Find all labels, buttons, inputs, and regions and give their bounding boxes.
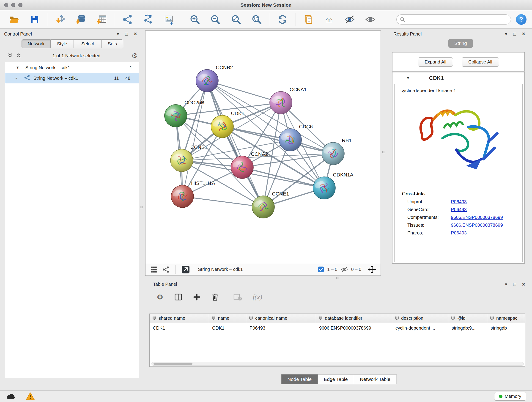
table-header-row: shared namenamecanonical namedatabase id…: [150, 314, 525, 323]
hide-panel-eye-slash-icon[interactable]: [344, 14, 355, 25]
detach-view-icon[interactable]: [181, 265, 190, 274]
toolbar-separator: [115, 13, 115, 26]
grid-view-icon[interactable]: [151, 266, 157, 273]
column-header-4[interactable]: description: [392, 314, 448, 323]
float-panel-icon[interactable]: ▾: [505, 32, 507, 36]
table-panel: Table Panel ▾ □ × ⚙ f(x) shared namename…: [147, 280, 530, 390]
import-table-file-icon[interactable]: [96, 14, 108, 25]
table-settings-gear-icon[interactable]: ⚙: [157, 293, 163, 301]
tab-network[interactable]: Network: [22, 39, 51, 48]
memory-button[interactable]: Memory: [494, 392, 526, 401]
tab-string[interactable]: String: [448, 39, 473, 48]
network-row-selected[interactable]: ● String Network – cdk1 11 48: [5, 73, 139, 83]
network-node-CDKN1A[interactable]: CDKN1A: [313, 172, 354, 199]
tab-edge-table[interactable]: Edge Table: [318, 374, 354, 384]
tree-expanded-icon[interactable]: ▼: [16, 65, 19, 70]
close-panel-icon[interactable]: ×: [134, 31, 137, 37]
open-session-icon[interactable]: [8, 14, 20, 25]
tab-style[interactable]: Style: [51, 39, 74, 48]
gear-icon[interactable]: ⚙: [131, 52, 138, 59]
tab-node-table[interactable]: Node Table: [281, 374, 318, 384]
help-button[interactable]: ?: [516, 14, 526, 25]
close-panel-icon[interactable]: ×: [522, 31, 525, 37]
expand-all-icon[interactable]: [16, 53, 22, 59]
network-canvas[interactable]: CCNB2CCNA1CDC25BCDK1CDC6RB1CCNB1CCNA2CDK…: [146, 31, 380, 263]
save-session-icon[interactable]: [29, 14, 40, 25]
horizontal-scrollbar[interactable]: [152, 362, 524, 366]
network-node-HIST1H1A[interactable]: HIST1H1A: [171, 180, 215, 208]
column-header-0[interactable]: shared name: [150, 314, 209, 323]
splitter-handle[interactable]: [382, 151, 385, 153]
maximize-panel-icon[interactable]: □: [513, 282, 516, 287]
table-body: CDK1CDK1P064939606.ENSP00000378699cyclin…: [150, 323, 525, 333]
column-header-6[interactable]: namespac: [487, 314, 524, 323]
collapse-all-icon[interactable]: [7, 53, 13, 59]
add-column-icon[interactable]: [193, 293, 201, 301]
maximize-panel-icon[interactable]: □: [513, 32, 516, 36]
network-node-CDK1[interactable]: CDK1: [211, 110, 244, 138]
network-from-selection-icon[interactable]: [143, 14, 154, 25]
fit-selected-crosshair-icon[interactable]: [368, 265, 376, 274]
zoom-fit-icon[interactable]: [230, 14, 242, 25]
maximize-panel-icon[interactable]: □: [125, 32, 128, 36]
crosslinks-title: CrossLinks: [394, 187, 522, 197]
zoom-in-icon[interactable]: [189, 14, 201, 25]
network-edge-HIST1H1A-CCNE1[interactable]: [182, 196, 263, 207]
crosslink-compartments-link[interactable]: 9606.ENSP00000378699: [451, 215, 503, 220]
network-edge-CCNB2-CCNA1[interactable]: [207, 81, 281, 103]
section-expanded-icon[interactable]: ▼: [406, 76, 410, 80]
column-header-1[interactable]: name: [209, 314, 246, 323]
refresh-icon[interactable]: [277, 14, 288, 25]
network-node-CCNA1[interactable]: CCNA1: [270, 87, 307, 114]
show-columns-icon[interactable]: [174, 293, 182, 301]
column-sort-icon: [152, 316, 157, 320]
table-row[interactable]: CDK1CDK1P064939606.ENSP00000378699cyclin…: [150, 323, 525, 333]
scrollbar-thumb[interactable]: [153, 363, 192, 365]
crosslink-genecard-link[interactable]: P06493: [451, 207, 467, 212]
network-list-icon[interactable]: [162, 266, 169, 273]
network-edge-CCNB2-CCNE1[interactable]: [207, 81, 263, 207]
crosslink-tissues-link[interactable]: 9606.ENSP00000378699: [451, 223, 503, 228]
show-panel-eye-icon[interactable]: [365, 14, 376, 25]
network-node-CCNB1[interactable]: CCNB1: [171, 144, 208, 172]
network-node-CCNB2[interactable]: CCNB2: [196, 65, 233, 92]
cloud-status-icon[interactable]: [6, 393, 16, 400]
crosslink-uniprot-link[interactable]: P06493: [451, 199, 467, 204]
search-input[interactable]: [405, 15, 511, 24]
network-node-RB1[interactable]: RB1: [322, 138, 352, 165]
column-header-5[interactable]: @id: [448, 314, 487, 323]
network-edge-CCNB2-HIST1H1A[interactable]: [182, 81, 207, 196]
column-header-2[interactable]: canonical name: [246, 314, 316, 323]
close-panel-icon[interactable]: ×: [522, 281, 525, 287]
warning-icon[interactable]: [26, 392, 35, 400]
export-image-icon[interactable]: [163, 14, 175, 25]
collapse-all-button[interactable]: Collapse All: [462, 57, 499, 67]
clipboard-document-icon[interactable]: [303, 14, 314, 25]
expand-all-button[interactable]: Expand All: [418, 57, 453, 67]
splitter-handle[interactable]: [140, 206, 143, 208]
function-builder-icon[interactable]: f(x): [253, 293, 262, 301]
close-window-button[interactable]: [4, 3, 8, 7]
zoom-selected-icon[interactable]: [251, 14, 262, 25]
tab-sets[interactable]: Sets: [102, 39, 123, 48]
column-header-3[interactable]: database identifier: [316, 314, 392, 323]
new-network-icon[interactable]: [122, 14, 133, 25]
float-panel-icon[interactable]: ▾: [117, 32, 119, 36]
import-network-file-icon[interactable]: [55, 14, 66, 25]
home-views-icon[interactable]: ⌂⌂: [323, 14, 335, 25]
network-collection-row[interactable]: ▼ String Network – cdk1 1: [5, 62, 139, 73]
minimize-window-button[interactable]: [11, 3, 15, 7]
tab-network-table[interactable]: Network Table: [354, 374, 397, 384]
float-panel-icon[interactable]: ▾: [505, 282, 507, 287]
crosslink-pharos-link[interactable]: P06493: [451, 230, 467, 236]
column-sort-icon: [395, 316, 399, 320]
tab-select[interactable]: Select: [74, 39, 102, 48]
zoom-window-button[interactable]: [18, 3, 22, 7]
zoom-out-icon[interactable]: [210, 14, 221, 25]
clear-table-icon[interactable]: [234, 293, 242, 301]
delete-column-trash-icon[interactable]: [211, 293, 219, 301]
control-panel-title: Control Panel: [4, 32, 32, 37]
import-network-database-icon[interactable]: [75, 14, 87, 25]
splitter-handle[interactable]: [336, 277, 339, 279]
table-cell: CDK1: [209, 325, 246, 331]
